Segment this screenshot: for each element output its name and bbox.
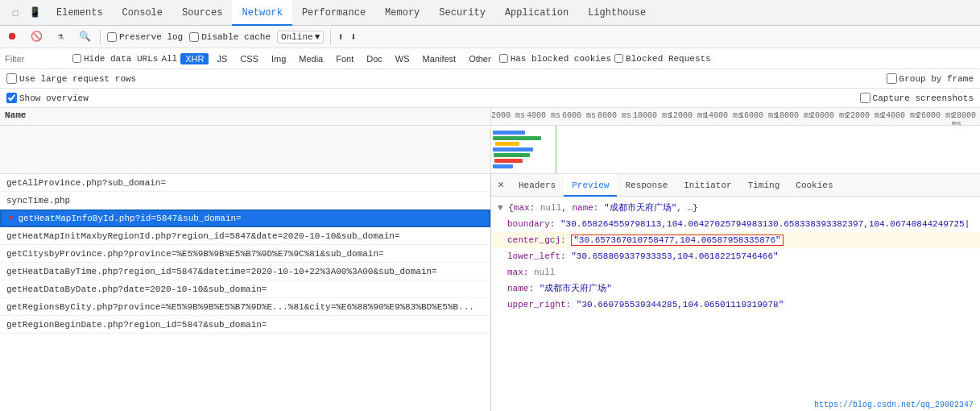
json-upper-right-val: "30.660795539344285,104.06501119319078" — [577, 300, 784, 309]
show-overview-checkbox[interactable] — [6, 93, 17, 103]
clear-icon[interactable]: 🚫 — [27, 28, 45, 46]
overview-row: Show overview Capture screenshots — [0, 89, 980, 108]
has-blocked-cookies-checkbox[interactable] — [499, 54, 508, 63]
group-by-frame-text: Group by frame — [899, 74, 974, 84]
bar-2 — [493, 136, 541, 140]
type-font-button[interactable]: Font — [331, 53, 358, 64]
request-item-3[interactable]: getHeatMapInitMaxbyRegionId.php?region_i… — [0, 227, 490, 245]
detail-tab-response[interactable]: Response — [617, 174, 676, 197]
type-media-button[interactable]: Media — [294, 53, 328, 64]
scale-4000: 4000 ms — [527, 111, 560, 120]
use-large-rows-text: Use large request rows — [19, 74, 136, 84]
type-xhr-button[interactable]: XHR — [180, 53, 209, 64]
use-large-rows-checkbox[interactable] — [6, 73, 17, 84]
show-overview-text: Show overview — [19, 93, 89, 103]
type-css-button[interactable]: CSS — [235, 53, 263, 64]
capture-screenshots-text: Capture screenshots — [873, 93, 974, 103]
request-item-1[interactable]: syncTime.php — [0, 192, 490, 210]
scale-8000: 8000 ms — [598, 111, 631, 120]
request-list[interactable]: getAllProvince.php?sub_domain= syncTime.… — [0, 174, 491, 411]
timeline-chart-minimap-right — [491, 126, 980, 173]
type-img-button[interactable]: Img — [267, 53, 291, 64]
detail-tab-initiator[interactable]: Initiator — [676, 174, 739, 197]
scale-22000: 22000 ms — [846, 111, 884, 120]
tab-sources[interactable]: Sources — [172, 0, 232, 26]
scale-6000: 6000 ms — [562, 111, 596, 120]
detail-tabs: × Headers Preview Response Initiator Tim… — [491, 174, 980, 197]
request-url-0: getAllProvince.php?sub_domain= — [6, 174, 166, 192]
blocked-requests-label[interactable]: Blocked Requests — [614, 54, 711, 64]
toggle-drawer-icon[interactable]: ⬚ — [6, 4, 24, 22]
tab-elements[interactable]: Elements — [47, 0, 113, 26]
group-by-frame-checkbox[interactable] — [887, 73, 897, 84]
disable-cache-checkbox[interactable] — [189, 32, 199, 42]
request-item-4[interactable]: getCitysbyProvince.php?province=%E5%9B%9… — [0, 245, 490, 263]
group-by-frame-label[interactable]: Group by frame — [887, 73, 974, 84]
type-other-button[interactable]: Other — [464, 53, 496, 64]
detail-tab-headers[interactable]: Headers — [511, 174, 564, 197]
json-name-val: "成都市天府广场" — [604, 203, 676, 213]
request-item-6[interactable]: getHeatDataByDate.php?date=2020-10-10&su… — [0, 280, 490, 298]
export-har-icon[interactable]: ⬇ — [350, 31, 357, 44]
options-right: Group by frame — [887, 73, 974, 84]
use-large-rows-label[interactable]: Use large request rows — [6, 73, 136, 84]
type-doc-button[interactable]: Doc — [362, 53, 387, 64]
record-icon[interactable]: ⏺ — [3, 28, 21, 46]
filter-input[interactable] — [5, 54, 69, 64]
detail-close-button[interactable]: × — [491, 174, 511, 197]
hide-data-urls-label[interactable]: Hide data URLs — [72, 54, 158, 64]
has-blocked-cookies-label[interactable]: Has blocked cookies — [499, 54, 611, 64]
json-name-key2: name: — [507, 284, 534, 293]
type-js-button[interactable]: JS — [212, 53, 232, 64]
throttle-label: Online — [281, 32, 313, 42]
json-name-val2: "成都市天府广场" — [540, 284, 612, 293]
tab-security[interactable]: Security — [429, 0, 495, 26]
detail-tab-timing[interactable]: Timing — [740, 174, 788, 197]
network-toolbar: ⏺ 🚫 ⚗ 🔍 Preserve log Disable cache Onlin… — [0, 26, 980, 48]
show-overview-label[interactable]: Show overview — [6, 93, 89, 103]
json-center-gcj-key: center_gcj: — [507, 235, 566, 245]
dom-content-loaded-line — [556, 126, 556, 173]
preserve-log-text: Preserve log — [119, 32, 183, 42]
json-name-key: name — [572, 203, 593, 213]
json-lower-left-key: lower_left: — [507, 251, 566, 261]
type-manifest-button[interactable]: Manifest — [418, 53, 461, 64]
request-item-8[interactable]: getRegionBeginDate.php?region_id=5847&su… — [0, 316, 490, 334]
scale-2000: 2000 ms — [491, 111, 525, 120]
tab-console[interactable]: Console — [113, 0, 172, 26]
request-url-3: getHeatMapInitMaxbyRegionId.php?region_i… — [6, 227, 399, 245]
tab-memory[interactable]: Memory — [375, 0, 429, 26]
scale-28000: 28000 ms — [952, 111, 980, 125]
request-item-2[interactable]: ➤ getHeatMapInfoById.php?id=5847&sub_dom… — [0, 210, 490, 227]
tab-network[interactable]: Network — [232, 0, 292, 26]
preserve-log-label[interactable]: Preserve log — [107, 32, 183, 42]
expand-icon[interactable]: ▼ — [498, 203, 503, 213]
device-toolbar-icon[interactable]: 📱 — [26, 4, 43, 22]
preserve-log-checkbox[interactable] — [107, 32, 117, 42]
import-har-icon[interactable]: ⬆ — [337, 31, 344, 44]
hide-data-urls-checkbox[interactable] — [72, 54, 81, 63]
status-bar: https://blog.csdn.net/qq_29002347 — [808, 399, 980, 411]
blocked-requests-checkbox[interactable] — [614, 54, 623, 63]
disable-cache-label[interactable]: Disable cache — [189, 32, 271, 42]
tab-lighthouse[interactable]: Lighthouse — [578, 0, 655, 26]
capture-screenshots-label[interactable]: Capture screenshots — [860, 93, 974, 103]
request-item-5[interactable]: getHeatDataByTime.php?region_id=5847&dat… — [0, 263, 490, 280]
overview-right: Capture screenshots — [860, 93, 974, 103]
filter-icon[interactable]: ⚗ — [52, 28, 69, 46]
json-name-line: name: "成都市天府广场" — [491, 280, 980, 297]
type-ws-button[interactable]: WS — [391, 53, 415, 64]
capture-screenshots-checkbox[interactable] — [860, 93, 870, 103]
filter-all-label: All — [161, 54, 177, 64]
json-boundary-key: boundary — [507, 219, 550, 229]
detail-tab-preview[interactable]: Preview — [564, 174, 617, 197]
throttle-select[interactable]: Online ▼ — [277, 31, 324, 44]
json-boundary-line: boundary: "30.65826455979811​3,104.06427… — [491, 216, 980, 232]
detail-tab-cookies[interactable]: Cookies — [788, 174, 841, 197]
request-item-0[interactable]: getAllProvince.php?sub_domain= — [0, 174, 490, 192]
tab-performance[interactable]: Performance — [292, 0, 375, 26]
request-item-7[interactable]: getRegionsByCity.php?province=%E5%9B%9B%… — [0, 298, 490, 316]
tab-application[interactable]: Application — [495, 0, 578, 26]
search-icon[interactable]: 🔍 — [76, 28, 93, 46]
status-url: https://blog.csdn.net/qq_29002347 — [814, 401, 974, 409]
